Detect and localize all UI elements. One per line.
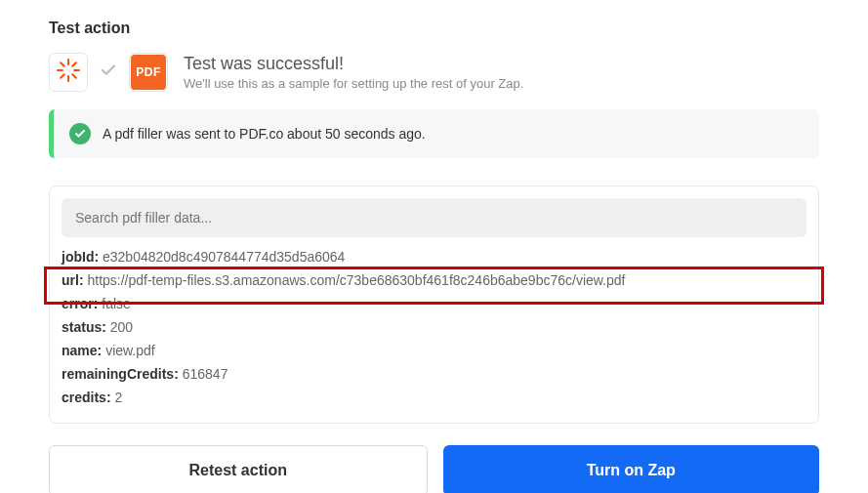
result-row-url[interactable]: url: https://pdf-temp-files.s3.amazonaws… (62, 268, 806, 292)
svg-rect-1 (67, 75, 69, 82)
header-text: Test was successful! We'll use this as a… (184, 54, 523, 91)
row-key: name: (62, 343, 102, 358)
svg-rect-6 (60, 62, 65, 67)
result-row-status[interactable]: status: 200 (62, 315, 806, 339)
row-key: error: (62, 296, 98, 311)
zapier-icon (57, 59, 80, 86)
data-panel: jobId: e32b04820d8c4907844774d35d5a6064 … (49, 185, 819, 424)
row-key: jobId: (62, 249, 99, 265)
svg-rect-4 (71, 62, 77, 67)
result-row-jobid[interactable]: jobId: e32b04820d8c4907844774d35d5a6064 (62, 245, 806, 268)
pdf-icon: PDF (131, 55, 166, 90)
pdfco-app-box: PDF (129, 53, 168, 92)
svg-rect-2 (57, 69, 63, 71)
retest-button[interactable]: Retest action (49, 445, 428, 493)
svg-rect-0 (67, 59, 69, 65)
row-val: 616847 (183, 366, 228, 382)
svg-rect-7 (71, 73, 77, 79)
result-row-name[interactable]: name: view.pdf (62, 339, 806, 362)
row-val: view.pdf (105, 343, 155, 358)
result-rows: jobId: e32b04820d8c4907844774d35d5a6064 … (50, 245, 818, 423)
result-row-remaining[interactable]: remainingCredits: 616847 (62, 362, 806, 386)
status-text: A pdf filler was sent to PDF.co about 50… (103, 126, 426, 142)
checkmark-icon (100, 62, 117, 84)
row-val: e32b04820d8c4907844774d35d5a6064 (103, 249, 345, 265)
section-title: Test action (49, 20, 819, 37)
test-success-subtitle: We'll use this as a sample for setting u… (184, 76, 523, 91)
row-val: false (102, 296, 131, 311)
row-val: 2 (114, 390, 122, 405)
test-success-title: Test was successful! (184, 54, 523, 74)
svg-rect-3 (73, 69, 80, 71)
header-row: PDF Test was successful! We'll use this … (49, 53, 819, 92)
row-key: credits: (62, 390, 111, 405)
search-input[interactable] (62, 198, 806, 237)
row-val: https://pdf-temp-files.s3.amazonaws.com/… (87, 272, 625, 288)
row-key: status: (62, 319, 106, 335)
status-bar: A pdf filler was sent to PDF.co about 50… (49, 109, 819, 158)
button-row: Retest action Turn on Zap (49, 445, 819, 493)
row-val: 200 (110, 319, 133, 335)
result-row-error[interactable]: error: false (62, 292, 806, 315)
result-row-credits[interactable]: credits: 2 (62, 386, 806, 409)
turn-on-zap-button[interactable]: Turn on Zap (443, 445, 820, 493)
row-key: remainingCredits: (62, 366, 179, 382)
success-check-icon (69, 123, 91, 144)
svg-rect-5 (60, 73, 65, 79)
zapier-app-box (49, 53, 88, 92)
row-key: url: (62, 272, 84, 288)
